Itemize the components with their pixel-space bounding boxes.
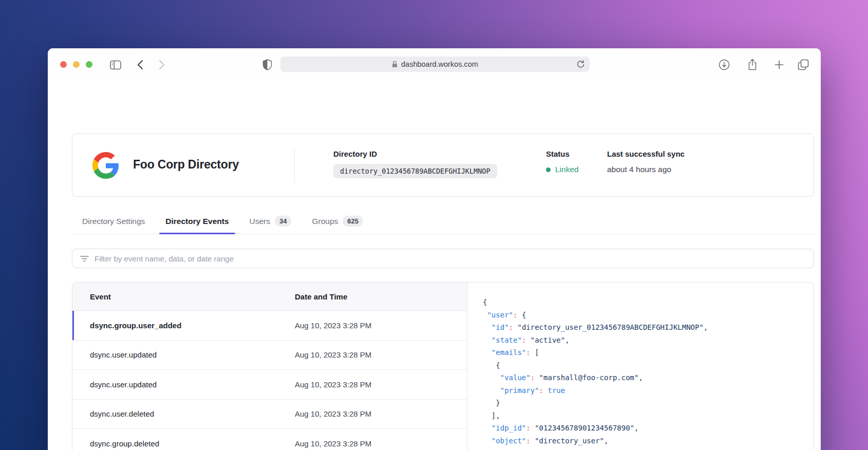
json-line: "idp_id": "012345678901234567890",: [483, 422, 814, 435]
event-name-cell: dsync.user.updated: [72, 380, 295, 389]
last-sync-value: about 4 hours ago: [607, 165, 685, 174]
tab-groups[interactable]: Groups625: [311, 209, 364, 234]
event-name-cell: dsync.group.deleted: [72, 439, 295, 448]
json-line: {: [483, 296, 814, 309]
json-line: "emails": [: [483, 346, 814, 359]
tab-overview-icon[interactable]: [796, 48, 810, 81]
status-label: Status: [546, 149, 579, 158]
downloads-icon[interactable]: [718, 48, 731, 81]
last-sync-label: Last successful sync: [607, 149, 685, 158]
table-row[interactable]: dsync.group.deletedAug 10, 2023 3:28 PM: [72, 429, 467, 450]
status-group: Status Linked: [546, 149, 579, 174]
privacy-shield-icon[interactable]: [260, 48, 274, 81]
event-date-cell: Aug 10, 2023 3:28 PM: [295, 350, 467, 359]
event-column-header: Event: [72, 292, 295, 301]
url-text: dashboard.workos.com: [401, 60, 478, 68]
page-title: Foo Corp Directory: [133, 158, 239, 172]
json-line: ],: [483, 409, 814, 422]
directory-id-label: Directory ID: [333, 149, 497, 158]
refresh-icon[interactable]: [577, 60, 584, 70]
filter-bar: [72, 249, 814, 268]
event-date-cell: Aug 10, 2023 3:28 PM: [295, 439, 467, 448]
events-table-body: dsync.group.user_addedAug 10, 2023 3:28 …: [72, 311, 467, 450]
tab-count-badge: 34: [275, 216, 291, 227]
minimize-window-button[interactable]: [73, 61, 80, 68]
json-line: "user": {: [483, 309, 814, 322]
directory-id-group: Directory ID directory_0123456789ABCDEFG…: [333, 149, 497, 178]
json-line: {: [483, 359, 814, 372]
tab-directory-events[interactable]: Directory Events: [164, 209, 230, 234]
last-sync-group: Last successful sync about 4 hours ago: [607, 149, 685, 174]
json-line: "id": "directory_user_0123456789ABCDEFGH…: [483, 321, 814, 334]
status-badge: Linked: [546, 165, 579, 174]
forward-button[interactable]: [156, 48, 168, 81]
header-divider: [294, 148, 295, 183]
table-row[interactable]: dsync.user.updatedAug 10, 2023 3:28 PM: [72, 370, 467, 400]
lock-icon: [392, 61, 398, 68]
new-tab-icon[interactable]: [772, 48, 786, 81]
event-name-cell: dsync.user.updated: [72, 350, 295, 359]
tab-label: Users: [250, 217, 270, 226]
json-line: "primary": true: [483, 384, 814, 397]
json-viewer-panel: { "user": { "id": "directory_user_012345…: [467, 283, 814, 450]
json-line: "value": "marshall@foo-corp.com",: [483, 371, 814, 384]
event-date-cell: Aug 10, 2023 3:28 PM: [295, 321, 467, 330]
tab-label: Groups: [312, 217, 338, 226]
browser-toolbar: dashboard.workos.com: [48, 48, 821, 81]
tab-label: Directory Events: [165, 217, 229, 226]
event-date-cell: Aug 10, 2023 3:28 PM: [295, 409, 467, 418]
events-table-header: Event Date and Time: [72, 283, 467, 311]
json-line: "state": "active",: [483, 334, 814, 347]
directory-id-value[interactable]: directory_0123456789ABCDEFGHIJKLMNOP: [333, 164, 497, 178]
tab-users[interactable]: Users34: [249, 209, 293, 234]
browser-window: dashboard.workos.com: [48, 48, 821, 450]
back-button[interactable]: [134, 48, 146, 81]
window-controls: [60, 61, 92, 68]
tabs: Directory SettingsDirectory EventsUsers3…: [72, 209, 814, 234]
table-row[interactable]: dsync.user.updatedAug 10, 2023 3:28 PM: [72, 341, 467, 370]
tab-directory-settings[interactable]: Directory Settings: [81, 209, 146, 234]
json-code: { "user": { "id": "directory_user_012345…: [483, 296, 814, 450]
zoom-window-button[interactable]: [86, 61, 92, 68]
json-line: "username": "marshall@foo-corp.com",: [483, 447, 814, 450]
events-panels: Event Date and Time dsync.group.user_add…: [72, 282, 814, 450]
status-dot-icon: [546, 167, 551, 172]
close-window-button[interactable]: [60, 61, 67, 68]
tab-count-badge: 625: [343, 216, 363, 227]
event-name-cell: dsync.group.user_added: [72, 321, 295, 330]
filter-input[interactable]: [95, 249, 814, 268]
share-icon[interactable]: [746, 48, 759, 81]
json-line: }: [483, 397, 814, 409]
event-date-cell: Aug 10, 2023 3:28 PM: [295, 380, 467, 389]
event-name-cell: dsync.user.deleted: [72, 409, 295, 418]
events-table: Event Date and Time dsync.group.user_add…: [72, 283, 467, 450]
table-row[interactable]: dsync.user.deletedAug 10, 2023 3:28 PM: [72, 400, 467, 429]
address-bar[interactable]: dashboard.workos.com: [280, 57, 590, 72]
json-line: "object": "directory_user",: [483, 435, 814, 447]
google-logo-icon: [92, 152, 119, 179]
tab-label: Directory Settings: [82, 217, 145, 226]
desktop-background: dashboard.workos.com: [0, 0, 868, 450]
table-row[interactable]: dsync.group.user_addedAug 10, 2023 3:28 …: [72, 311, 467, 341]
status-text: Linked: [555, 165, 579, 174]
filter-icon: [80, 255, 89, 262]
directory-header-card: Foo Corp Directory Directory ID director…: [72, 134, 814, 197]
sidebar-toggle-icon[interactable]: [108, 48, 123, 81]
date-column-header: Date and Time: [295, 292, 467, 301]
